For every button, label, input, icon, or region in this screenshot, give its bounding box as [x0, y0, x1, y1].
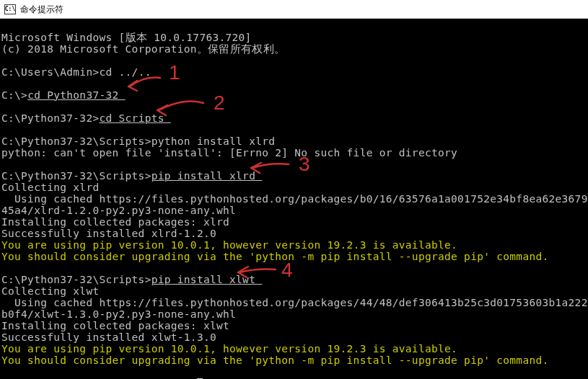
output-line: Installing collected packages: xlrd [1, 216, 229, 228]
warning-line: You are using pip version 10.0.1, howeve… [1, 239, 457, 251]
terminal-output[interactable]: Microsoft Windows [版本 10.0.17763.720] (c… [0, 19, 588, 379]
cmd-annotated: pip install xlwt [152, 274, 263, 285]
window-titlebar[interactable]: C:\ 命令提示符 [0, 0, 588, 19]
cmd-annotated: pip install xlrd [152, 170, 263, 182]
warning-line: You should consider upgrading via the 'p… [1, 251, 549, 262]
output-line: Using cached https://files.pythonhosted.… [1, 193, 588, 205]
prompt: C:\Python37-32\Scripts> [1, 135, 152, 147]
prompt: C:\> [1, 89, 27, 101]
warning-line: You should consider upgrading via the 'p… [1, 355, 549, 366]
warning-line: You are using pip version 10.0.1, howeve… [1, 343, 457, 355]
prompt: C:\Python37-32> [1, 112, 99, 124]
output-line: Using cached https://files.pythonhosted.… [1, 297, 588, 308]
output-line: Successfully installed xlrd-1.2.0 [1, 228, 216, 239]
output-line: 45a4/xlrd-1.2.0-py2.py3-none-any.whl [1, 205, 236, 216]
output-line: Successfully installed xlwt-1.3.0 [1, 331, 216, 343]
output-line: Collecting xlwt [1, 285, 99, 297]
prompt: C:\Users\Admin> [1, 66, 99, 78]
prompt: C:\Python37-32\Scripts> [1, 170, 152, 182]
output-line: Collecting xlrd [1, 182, 99, 193]
output-line: b0f4/xlwt-1.3.0-py2.py3-none-any.whl [1, 308, 236, 320]
cmd: cd ../.. [99, 66, 151, 78]
cmd-annotated: cd Scripts [99, 112, 170, 124]
header-line: Microsoft Windows [版本 10.0.17763.720] [1, 32, 252, 43]
window-title: 命令提示符 [20, 4, 63, 15]
app-icon: C:\ [4, 4, 16, 14]
cmd-annotated: cd Python37-32 [27, 89, 125, 101]
prompt: C:\Python37-32\Scripts> [1, 274, 152, 285]
output-line: Installing collected packages: xlwt [1, 320, 229, 331]
header-line: (c) 2018 Microsoft Corporation。保留所有权利。 [1, 43, 285, 55]
cmd: python install xlrd [152, 135, 276, 147]
output-line: python: can't open file 'install': [Errn… [1, 147, 457, 159]
